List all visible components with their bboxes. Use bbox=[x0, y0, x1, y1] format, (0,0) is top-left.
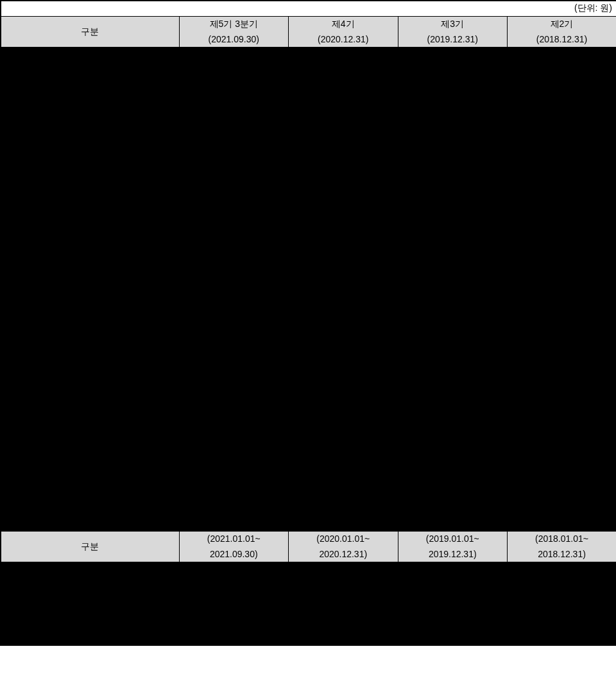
top-body-cell bbox=[289, 464, 398, 481]
top-body-cell bbox=[289, 431, 398, 447]
top-body-cell bbox=[398, 130, 508, 147]
top-body-cell bbox=[508, 447, 617, 464]
top-body-cell bbox=[508, 431, 617, 447]
bottom-body-cell bbox=[1, 628, 179, 645]
top-body-cell bbox=[1, 114, 179, 130]
top-body-cell bbox=[179, 297, 289, 314]
top-body-cell bbox=[398, 197, 508, 214]
top-body-cell bbox=[1, 331, 179, 347]
top-body-cell bbox=[1, 264, 179, 281]
top-body-cell bbox=[508, 414, 617, 431]
top-body-cell bbox=[289, 381, 398, 397]
bottom-body-cell bbox=[179, 595, 289, 612]
top-body-cell bbox=[1, 397, 179, 414]
top-body-cell bbox=[289, 97, 398, 114]
top_header-col-1-line2: (2020.12.31) bbox=[289, 31, 398, 47]
top_header-col-1-line1: 제4기 bbox=[289, 16, 398, 31]
mid_header-col-1-line2: 2020.12.31) bbox=[289, 546, 398, 562]
bottom-body-cell bbox=[398, 612, 508, 628]
top-body-cell bbox=[289, 414, 398, 431]
top-body-cell bbox=[508, 214, 617, 230]
top-body-cell bbox=[1, 180, 179, 197]
top_header-col-2-line1: 제3기 bbox=[398, 16, 508, 31]
top-body-cell bbox=[508, 281, 617, 297]
bottom-body-cell bbox=[179, 562, 289, 578]
top-body-cell bbox=[1, 197, 179, 214]
top-body-cell bbox=[1, 97, 179, 114]
top-body-cell bbox=[508, 147, 617, 164]
top-body-cell bbox=[508, 481, 617, 498]
top-body-cell bbox=[1, 164, 179, 180]
top-body-cell bbox=[398, 264, 508, 281]
top-body-cell bbox=[1, 364, 179, 381]
top-body-cell bbox=[179, 80, 289, 97]
mid_header-row-label: 구분 bbox=[1, 531, 179, 562]
top-body-cell bbox=[179, 281, 289, 297]
bottom-body-cell bbox=[289, 578, 398, 595]
top-body-cell bbox=[289, 364, 398, 381]
top-body-cell bbox=[508, 347, 617, 364]
top-body-cell bbox=[289, 331, 398, 347]
top_header-col-3-line2: (2018.12.31) bbox=[508, 31, 617, 47]
top-body-cell bbox=[179, 481, 289, 498]
top-body-cell bbox=[1, 431, 179, 447]
top-body-cell bbox=[398, 464, 508, 481]
top-body-cell bbox=[289, 481, 398, 498]
top-body-cell bbox=[179, 114, 289, 130]
top-body-cell bbox=[179, 47, 289, 64]
top-body-cell bbox=[1, 80, 179, 97]
top-body-cell bbox=[179, 247, 289, 264]
top-body-cell bbox=[508, 247, 617, 264]
top-body-cell bbox=[289, 247, 398, 264]
top_header-col-2-line2: (2019.12.31) bbox=[398, 31, 508, 47]
top-body-cell bbox=[289, 47, 398, 64]
bottom-body-cell bbox=[398, 578, 508, 595]
top-body-cell bbox=[1, 47, 179, 64]
top-body-cell bbox=[508, 297, 617, 314]
top-body-cell bbox=[179, 364, 289, 381]
top-body-cell bbox=[289, 230, 398, 247]
top-body-cell bbox=[508, 498, 617, 514]
top-body-cell bbox=[1, 464, 179, 481]
bottom-body-cell bbox=[508, 612, 617, 628]
mid_header-col-0-line2: 2021.09.30) bbox=[179, 546, 289, 562]
top-body-cell bbox=[289, 397, 398, 414]
top-body-cell bbox=[508, 114, 617, 130]
top-body-cell bbox=[508, 64, 617, 80]
top-body-cell bbox=[179, 230, 289, 247]
mid_header-col-3-line1: (2018.01.01~ bbox=[508, 531, 617, 546]
top-body-cell bbox=[1, 64, 179, 80]
mid_header-col-2-line1: (2019.01.01~ bbox=[398, 531, 508, 546]
mid_header-col-0-line1: (2021.01.01~ bbox=[179, 531, 289, 546]
top-body-cell bbox=[1, 447, 179, 464]
top-body-cell bbox=[179, 97, 289, 114]
bottom-body-cell bbox=[289, 628, 398, 645]
top-body-cell bbox=[508, 381, 617, 397]
top-body-cell bbox=[289, 447, 398, 464]
top-body-cell bbox=[398, 230, 508, 247]
top-body-cell bbox=[179, 147, 289, 164]
top-body-cell bbox=[179, 514, 289, 531]
top-body-cell bbox=[398, 97, 508, 114]
top_header-col-3-line1: 제2기 bbox=[508, 16, 617, 31]
top-body-cell bbox=[1, 498, 179, 514]
top-body-cell bbox=[398, 331, 508, 347]
bottom-body-cell bbox=[398, 595, 508, 612]
top-body-cell bbox=[1, 247, 179, 264]
bottom-body-cell bbox=[1, 595, 179, 612]
top-body-cell bbox=[398, 247, 508, 264]
bottom-body-cell bbox=[1, 562, 179, 578]
bottom-body-cell bbox=[398, 628, 508, 645]
top-body-cell bbox=[179, 498, 289, 514]
top-body-cell bbox=[179, 197, 289, 214]
top-body-cell bbox=[508, 80, 617, 97]
top-body-cell bbox=[289, 314, 398, 331]
top-body-cell bbox=[1, 130, 179, 147]
top-body-cell bbox=[398, 80, 508, 97]
top-body-cell bbox=[398, 397, 508, 414]
top-body-cell bbox=[398, 364, 508, 381]
top-body-cell bbox=[289, 281, 398, 297]
top-body-cell bbox=[289, 514, 398, 531]
top-body-cell bbox=[179, 397, 289, 414]
top-body-cell bbox=[1, 297, 179, 314]
